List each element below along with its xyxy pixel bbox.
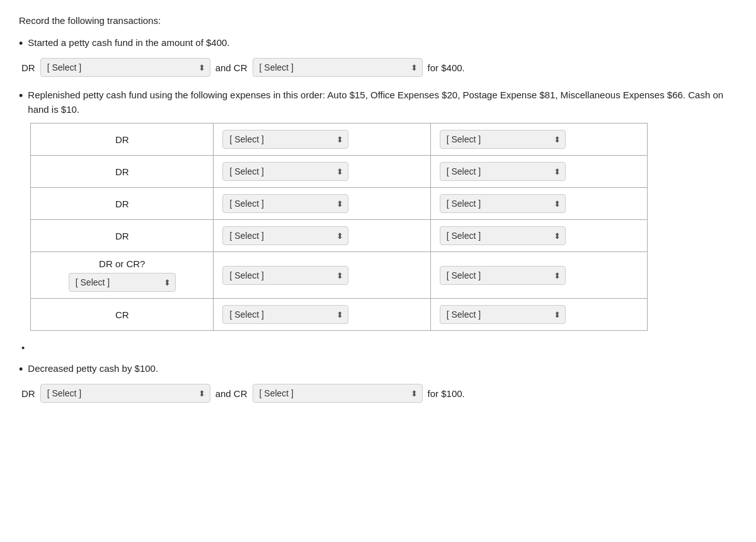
row1-select1-cell: [ Select ] ⬍ [214,124,430,156]
row6-label: CR [115,309,129,320]
row1-label: DR [115,134,129,145]
row4-select2-cell: [ Select ] ⬍ [430,220,647,252]
bullet4-dr-select[interactable]: [ Select ] [40,384,210,403]
row4-select2-inner: [ Select ] ⬍ [440,226,638,245]
bullet1-amount-label: for $400. [428,62,465,73]
row2-label-cell: DR [31,156,214,188]
row5-dr-cr-select-wrapper: [ Select ] ⬍ [69,273,176,292]
row4-select2-wrapper: [ Select ] ⬍ [440,226,566,245]
table-row: DR [ Select ] ⬍ [ Select ] [31,124,648,156]
row1-select2-wrapper: [ Select ] ⬍ [440,130,566,149]
row6-select1-cell: [ Select ] ⬍ [214,299,430,331]
table-row: DR [ Select ] ⬍ [ Select ] [31,188,648,220]
row1-select2[interactable]: [ Select ] [440,130,566,149]
row5-label-cell: DR or CR? [ Select ] ⬍ [31,252,214,299]
row5-select1-inner: [ Select ] ⬍ [222,266,421,285]
row5-select2[interactable]: [ Select ] [440,266,566,285]
bullet1-text-row: • Started a petty cash fund in the amoun… [19,36,737,52]
row6-select1[interactable]: [ Select ] [222,305,348,324]
row6-select1-inner: [ Select ] ⬍ [222,305,421,324]
bullet2-content: Replenished petty cash fund using the fo… [28,88,737,117]
row1-select2-cell: [ Select ] ⬍ [430,124,647,156]
bullet4-cr-select-wrapper: [ Select ] ⬍ [253,384,423,403]
row2-select1-wrapper: [ Select ] ⬍ [222,162,348,181]
row4-select1[interactable]: [ Select ] [222,226,348,245]
row6-select2-cell: [ Select ] ⬍ [430,299,647,331]
bullet4-dot: • [19,362,23,378]
row3-select1-cell: [ Select ] ⬍ [214,188,430,220]
row1-select1[interactable]: [ Select ] [222,130,348,149]
row2-select2-cell: [ Select ] ⬍ [430,156,647,188]
row4-label: DR [115,231,129,241]
row1-select1-wrapper: [ Select ] ⬍ [222,130,348,149]
row3-select2-cell: [ Select ] ⬍ [430,188,647,220]
row5-dr-or-cr-label: DR or CR? [40,258,204,269]
row4-select2[interactable]: [ Select ] [440,226,566,245]
page-title: Record the following transactions: [19,15,737,26]
row5-select1[interactable]: [ Select ] [222,266,348,285]
transaction-table: DR [ Select ] ⬍ [ Select ] [30,123,648,331]
bullet4-content: Decreased petty cash by $100. [28,362,158,376]
row3-select1-inner: [ Select ] ⬍ [222,194,421,213]
bullet1-dr-select[interactable]: [ Select ] [40,58,210,77]
bullet1-inline-row: DR [ Select ] ⬍ and CR [ Select ] ⬍ for … [19,58,737,77]
row4-label-cell: DR [31,220,214,252]
row3-label-cell: DR [31,188,214,220]
bullet2-dot: • [19,88,23,104]
row4-select1-inner: [ Select ] ⬍ [222,226,421,245]
row5-select1-wrapper: [ Select ] ⬍ [222,266,348,285]
row1-select1-inner: [ Select ] ⬍ [222,130,421,149]
row6-select2[interactable]: [ Select ] [440,305,566,324]
row3-select2-inner: [ Select ] ⬍ [440,194,638,213]
row1-select2-inner: [ Select ] ⬍ [440,130,638,149]
row2-select2-wrapper: [ Select ] ⬍ [440,162,566,181]
row6-label-cell: CR [31,299,214,331]
row4-select1-wrapper: [ Select ] ⬍ [222,226,348,245]
table-row: DR [ Select ] ⬍ [ Select ] [31,220,648,252]
row6-select2-inner: [ Select ] ⬍ [440,305,638,324]
row3-label: DR [115,199,129,209]
bullet1-dr-select-wrapper: [ Select ] ⬍ [40,58,210,77]
row3-select1[interactable]: [ Select ] [222,194,348,213]
bullet4-and-cr-label: and CR [215,388,248,399]
bullet1-cr-select-wrapper: [ Select ] ⬍ [253,58,423,77]
bullet4-inline-row: DR [ Select ] ⬍ and CR [ Select ] ⬍ for … [19,384,737,403]
row2-select2[interactable]: [ Select ] [440,162,566,181]
row1-label-cell: DR [31,124,214,156]
row5-select1-cell: [ Select ] ⬍ [214,252,430,299]
bullet4-cr-select[interactable]: [ Select ] [253,384,423,403]
row3-select2-wrapper: [ Select ] ⬍ [440,194,566,213]
row2-select1-inner: [ Select ] ⬍ [222,162,421,181]
row3-select1-wrapper: [ Select ] ⬍ [222,194,348,213]
bullet4-dr-label: DR [21,388,35,399]
bullet1-content: Started a petty cash fund in the amount … [28,36,229,50]
bullet4-text-row: • Decreased petty cash by $100. [19,362,737,378]
row4-select1-cell: [ Select ] ⬍ [214,220,430,252]
bullet4-amount-label: for $100. [428,388,465,399]
bullet1-dr-label: DR [21,62,35,73]
row2-select1[interactable]: [ Select ] [222,162,348,181]
table-row: CR [ Select ] ⬍ [ Select ] [31,299,648,331]
row5-dr-cr-select[interactable]: [ Select ] [69,273,176,292]
row5-select2-inner: [ Select ] ⬍ [440,266,638,285]
bullet2-text-row: • Replenished petty cash fund using the … [19,88,737,117]
bullet1-cr-select[interactable]: [ Select ] [253,58,423,77]
bullet1-section: • Started a petty cash fund in the amoun… [19,36,737,77]
bullet4-dr-select-wrapper: [ Select ] ⬍ [40,384,210,403]
bullet1-and-cr-label: and CR [215,62,248,73]
table-row: DR [ Select ] ⬍ [ Select ] [31,156,648,188]
table-row: DR or CR? [ Select ] ⬍ [ Select ] ⬍ [31,252,648,299]
row3-select2[interactable]: [ Select ] [440,194,566,213]
row5-select2-cell: [ Select ] ⬍ [430,252,647,299]
row5-select2-wrapper: [ Select ] ⬍ [440,266,566,285]
bullet1-dot: • [19,36,23,52]
row2-select2-inner: [ Select ] ⬍ [440,162,638,181]
empty-bullet-section: • [21,342,737,353]
empty-bullet-dot: • [21,342,25,353]
row2-select1-cell: [ Select ] ⬍ [214,156,430,188]
row2-label: DR [115,166,129,177]
bullet2-section: • Replenished petty cash fund using the … [19,88,737,331]
row6-select2-wrapper: [ Select ] ⬍ [440,305,566,324]
row6-select1-wrapper: [ Select ] ⬍ [222,305,348,324]
bullet4-section: • Decreased petty cash by $100. DR [ Sel… [19,362,737,403]
